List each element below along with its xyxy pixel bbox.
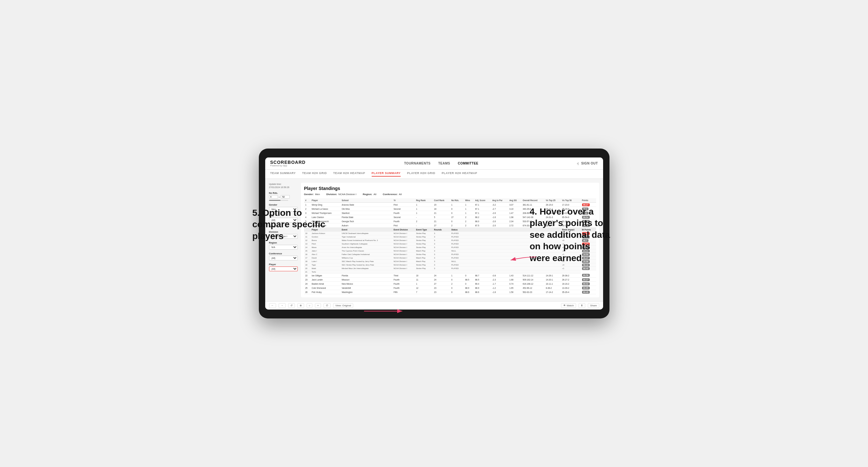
event-row: 20 Mattt Mirobel Maui Jim Intercollegiat… bbox=[304, 267, 596, 270]
nav-tournaments[interactable]: TOURNAMENTS bbox=[404, 162, 431, 165]
sidebar-conference: Conference (All) bbox=[269, 252, 298, 260]
forward-button[interactable]: → bbox=[279, 303, 286, 308]
col-adj-score: Adj. Score bbox=[474, 198, 491, 203]
back-button[interactable]: ← bbox=[269, 303, 276, 308]
plus-button[interactable]: + bbox=[315, 303, 321, 308]
panel-title: Player Standings bbox=[304, 186, 596, 191]
filter-division: Division: NCAA Division I bbox=[327, 193, 356, 196]
points-badge[interactable]: 80.02 bbox=[582, 282, 590, 285]
sub-nav: TEAM SUMMARY TEAM H2H GRID TEAM H2H HEAT… bbox=[265, 169, 603, 179]
region-select[interactable]: N/A bbox=[269, 245, 298, 250]
points-badge[interactable]: 80.27 bbox=[582, 278, 590, 281]
rds-range-bar bbox=[269, 200, 288, 201]
nav-teams[interactable]: TEAMS bbox=[438, 162, 451, 165]
logo-sub: Powered by clipp bbox=[270, 164, 306, 167]
col-wins: Wins bbox=[464, 198, 474, 203]
col-vs50: Vs Top 50 bbox=[561, 198, 581, 203]
col-school: School bbox=[340, 198, 393, 203]
page-wrapper: 4. Hover over a player's points to see a… bbox=[259, 149, 610, 318]
table-row: 25 Cole Sherwood Vanderbilt Fourth 12 23… bbox=[304, 286, 596, 290]
conference-select[interactable]: (All) bbox=[269, 256, 298, 260]
table-row: 26 Petr Hruby Washington Fifth 7 23 0 88… bbox=[304, 290, 596, 294]
watch-button[interactable]: 👁 Watch bbox=[561, 303, 576, 308]
circle-button[interactable]: ○ bbox=[307, 303, 313, 308]
sign-out-button[interactable]: Sign out bbox=[581, 162, 598, 165]
logo-title: SCOREBOARD bbox=[270, 160, 306, 164]
col-avg-sg: Avg SG bbox=[508, 198, 522, 203]
download-button[interactable]: ⬇ bbox=[579, 303, 585, 308]
points-badge[interactable]: 80.95 bbox=[582, 287, 590, 289]
rds-range-fill bbox=[269, 200, 280, 201]
col-reg-rank: Reg Rank bbox=[415, 198, 433, 203]
rds-min-input[interactable] bbox=[269, 195, 278, 198]
col-overall: Overall Record bbox=[522, 198, 545, 203]
rds-range: – bbox=[269, 195, 298, 198]
logo-area: SCOREBOARD Powered by clipp bbox=[270, 160, 306, 167]
player-select[interactable]: (All) bbox=[269, 267, 298, 271]
add-button[interactable]: ⊕ bbox=[298, 303, 304, 308]
nav-committee[interactable]: COMMITTEE bbox=[458, 162, 478, 165]
nav-links: TOURNAMENTS TEAMS COMMITTEE bbox=[404, 162, 478, 165]
table-row: 22 Ian Gilligan Florida Third 10 24 1 0 … bbox=[304, 274, 596, 278]
col-rank: # bbox=[304, 198, 310, 203]
annotation-5: 5. Option to compare specific players bbox=[252, 207, 342, 242]
col-player: Player bbox=[310, 198, 340, 203]
subnav-team-summary[interactable]: TEAM SUMMARY bbox=[270, 172, 296, 177]
table-row: 24 Bastien Amat New Mexico Fourth 1 27 2… bbox=[304, 282, 596, 286]
subnav-player-h2h-grid[interactable]: PLAYER H2H GRID bbox=[407, 172, 435, 177]
filter-region: Region: All bbox=[363, 193, 376, 196]
view-original-label: View: Original bbox=[335, 304, 351, 307]
w-points-badge[interactable]: 66.40 bbox=[582, 267, 590, 270]
col-conf-rank: Conf Rank bbox=[433, 198, 450, 203]
col-no-rds: No Rds. bbox=[450, 198, 464, 203]
sidebar-update: Update time: 27/01/2024 16:56:26 bbox=[269, 183, 298, 189]
subnav-player-summary[interactable]: PLAYER SUMMARY bbox=[372, 172, 401, 177]
footer-right: 👁 Watch ⬇ Share bbox=[561, 303, 599, 308]
footer-left: ← → ↺ ⊕ ○ + ⏱ View: Original bbox=[269, 303, 353, 308]
points-badge[interactable]: 80.58 bbox=[582, 274, 590, 277]
footer-bar: ← → ↺ ⊕ ○ + ⏱ View: Original 👁 Watch bbox=[265, 301, 603, 310]
filter-conference: Conference: All bbox=[383, 193, 402, 196]
points-badge[interactable]: 80.49 bbox=[582, 291, 590, 293]
table-row: 23 Jack Lundin Missouri Fourth 11 24 0 8… bbox=[304, 278, 596, 282]
rds-max-input[interactable] bbox=[281, 195, 290, 198]
col-avg-par: Avg to Par bbox=[491, 198, 508, 203]
sidebar-region: Region N/A bbox=[269, 241, 298, 250]
event-row: 21 Terfo bbox=[304, 270, 596, 274]
share-button[interactable]: Share bbox=[588, 303, 599, 308]
refresh-button[interactable]: ↺ bbox=[288, 303, 295, 308]
filter-gender: Gender: Men bbox=[304, 193, 320, 196]
subnav-player-h2h-heatmap[interactable]: PLAYER H2H HEATMAP bbox=[442, 172, 477, 177]
subnav-team-h2h-grid[interactable]: TEAM H2H GRID bbox=[302, 172, 327, 177]
eye-icon: 👁 bbox=[563, 304, 566, 307]
view-original-button[interactable]: View: Original bbox=[333, 303, 353, 308]
subnav-team-h2h-heatmap[interactable]: TEAM H2H HEATMAP bbox=[333, 172, 365, 177]
nav-separator: ›| bbox=[577, 162, 579, 165]
timer-button[interactable]: ⏱ bbox=[323, 303, 331, 308]
sidebar-player: Player (All) bbox=[269, 263, 298, 271]
col-yr: Yr bbox=[393, 198, 415, 203]
annotation-4: 4. Hover over a player's points to see a… bbox=[530, 206, 613, 264]
col-points: Points bbox=[581, 198, 596, 203]
nav-right: ›| Sign out bbox=[577, 162, 598, 165]
top-nav: SCOREBOARD Powered by clipp TOURNAMENTS … bbox=[265, 157, 603, 169]
filter-row: Gender: Men Division: NCAA Division I Re… bbox=[304, 193, 596, 196]
table-header-row: # Player School Yr Reg Rank Conf Rank No… bbox=[304, 198, 596, 203]
sidebar-no-rds: No Rds. – bbox=[269, 192, 298, 201]
col-vs25: Vs Top 25 bbox=[545, 198, 561, 203]
